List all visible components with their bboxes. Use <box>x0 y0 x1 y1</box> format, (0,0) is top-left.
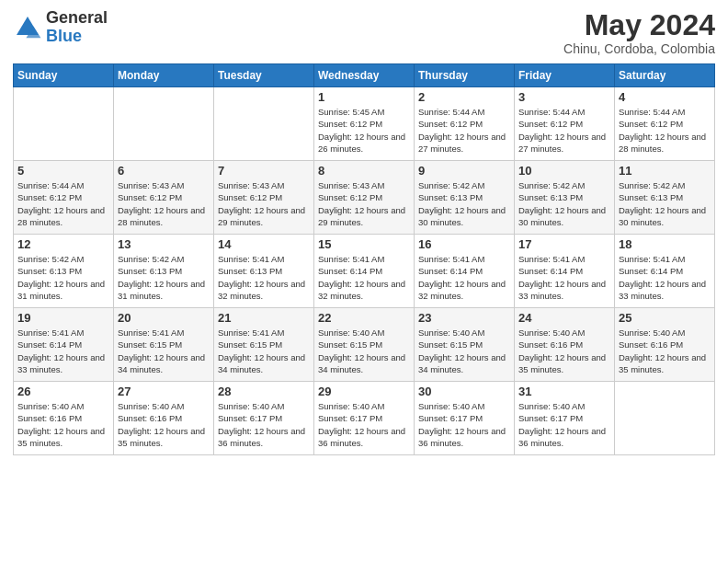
calendar-cell: 11Sunrise: 5:42 AMSunset: 6:13 PMDayligh… <box>615 161 715 235</box>
day-info: Sunrise: 5:40 AMSunset: 6:17 PMDaylight:… <box>418 400 510 449</box>
calendar-cell: 8Sunrise: 5:43 AMSunset: 6:12 PMDaylight… <box>314 161 415 235</box>
calendar-cell: 6Sunrise: 5:43 AMSunset: 6:12 PMDaylight… <box>114 161 214 235</box>
day-number: 11 <box>619 164 711 178</box>
calendar-cell: 24Sunrise: 5:40 AMSunset: 6:16 PMDayligh… <box>515 308 615 382</box>
day-number: 1 <box>318 90 410 104</box>
day-number: 9 <box>418 164 510 178</box>
day-number: 27 <box>118 385 210 398</box>
calendar-cell: 20Sunrise: 5:41 AMSunset: 6:15 PMDayligh… <box>114 308 214 382</box>
day-info: Sunrise: 5:44 AMSunset: 6:12 PMDaylight:… <box>17 179 109 228</box>
day-info: Sunrise: 5:40 AMSunset: 6:16 PMDaylight:… <box>17 400 109 449</box>
day-number: 2 <box>418 90 510 104</box>
day-info: Sunrise: 5:41 AMSunset: 6:14 PMDaylight:… <box>418 253 510 302</box>
week-row-0: 1Sunrise: 5:45 AMSunset: 6:12 PMDaylight… <box>14 87 715 161</box>
header: General Blue May 2024 Chinu, Cordoba, Co… <box>13 9 715 56</box>
day-number: 31 <box>518 385 610 398</box>
day-info: Sunrise: 5:40 AMSunset: 6:16 PMDaylight:… <box>118 400 210 449</box>
day-number: 4 <box>619 90 711 104</box>
week-row-3: 19Sunrise: 5:41 AMSunset: 6:14 PMDayligh… <box>14 308 715 382</box>
weekday-header-tuesday: Tuesday <box>214 64 314 87</box>
day-number: 24 <box>518 311 610 325</box>
day-info: Sunrise: 5:41 AMSunset: 6:13 PMDaylight:… <box>218 253 310 302</box>
calendar-cell: 30Sunrise: 5:40 AMSunset: 6:17 PMDayligh… <box>415 382 515 455</box>
day-info: Sunrise: 5:41 AMSunset: 6:14 PMDaylight:… <box>17 327 109 375</box>
day-number: 29 <box>318 385 410 398</box>
day-number: 26 <box>17 385 109 398</box>
calendar-cell: 28Sunrise: 5:40 AMSunset: 6:17 PMDayligh… <box>214 382 314 455</box>
weekday-header-friday: Friday <box>515 64 615 87</box>
calendar-cell: 3Sunrise: 5:44 AMSunset: 6:12 PMDaylight… <box>515 87 615 161</box>
page: General Blue May 2024 Chinu, Cordoba, Co… <box>0 0 728 563</box>
day-info: Sunrise: 5:42 AMSunset: 6:13 PMDaylight:… <box>619 179 711 228</box>
day-number: 13 <box>118 237 210 251</box>
calendar-cell: 2Sunrise: 5:44 AMSunset: 6:12 PMDaylight… <box>415 87 515 161</box>
calendar-cell: 19Sunrise: 5:41 AMSunset: 6:14 PMDayligh… <box>14 308 114 382</box>
day-info: Sunrise: 5:41 AMSunset: 6:14 PMDaylight:… <box>518 253 610 302</box>
day-info: Sunrise: 5:43 AMSunset: 6:12 PMDaylight:… <box>318 179 410 228</box>
calendar-cell: 22Sunrise: 5:40 AMSunset: 6:15 PMDayligh… <box>314 308 415 382</box>
logo-text: General Blue <box>46 9 108 46</box>
day-info: Sunrise: 5:41 AMSunset: 6:15 PMDaylight:… <box>118 327 210 375</box>
day-number: 7 <box>218 164 310 178</box>
logo: General Blue <box>13 9 108 46</box>
calendar-cell: 7Sunrise: 5:43 AMSunset: 6:12 PMDaylight… <box>214 161 314 235</box>
day-info: Sunrise: 5:42 AMSunset: 6:13 PMDaylight:… <box>118 253 210 302</box>
day-number: 15 <box>318 237 410 251</box>
day-info: Sunrise: 5:42 AMSunset: 6:13 PMDaylight:… <box>418 179 510 228</box>
calendar-cell <box>14 87 114 161</box>
calendar-cell: 10Sunrise: 5:42 AMSunset: 6:13 PMDayligh… <box>515 161 615 235</box>
calendar-cell: 23Sunrise: 5:40 AMSunset: 6:15 PMDayligh… <box>415 308 515 382</box>
location: Chinu, Cordoba, Colombia <box>563 41 715 56</box>
calendar-cell: 27Sunrise: 5:40 AMSunset: 6:16 PMDayligh… <box>114 382 214 455</box>
day-number: 14 <box>218 237 310 251</box>
calendar-cell: 14Sunrise: 5:41 AMSunset: 6:13 PMDayligh… <box>214 235 314 308</box>
calendar-cell: 29Sunrise: 5:40 AMSunset: 6:17 PMDayligh… <box>314 382 415 455</box>
day-info: Sunrise: 5:40 AMSunset: 6:17 PMDaylight:… <box>318 400 410 449</box>
weekday-header-saturday: Saturday <box>615 64 715 87</box>
weekday-header-row: SundayMondayTuesdayWednesdayThursdayFrid… <box>14 64 715 87</box>
day-info: Sunrise: 5:40 AMSunset: 6:16 PMDaylight:… <box>518 327 610 375</box>
day-number: 8 <box>318 164 410 178</box>
calendar-table: SundayMondayTuesdayWednesdayThursdayFrid… <box>13 63 715 455</box>
calendar-cell: 13Sunrise: 5:42 AMSunset: 6:13 PMDayligh… <box>114 235 214 308</box>
week-row-4: 26Sunrise: 5:40 AMSunset: 6:16 PMDayligh… <box>14 382 715 455</box>
day-number: 12 <box>17 237 109 251</box>
calendar-cell: 25Sunrise: 5:40 AMSunset: 6:16 PMDayligh… <box>615 308 715 382</box>
day-number: 23 <box>418 311 510 325</box>
calendar-cell: 31Sunrise: 5:40 AMSunset: 6:17 PMDayligh… <box>515 382 615 455</box>
day-info: Sunrise: 5:45 AMSunset: 6:12 PMDaylight:… <box>318 106 410 155</box>
day-info: Sunrise: 5:40 AMSunset: 6:15 PMDaylight:… <box>318 327 410 375</box>
day-info: Sunrise: 5:42 AMSunset: 6:13 PMDaylight:… <box>518 179 610 228</box>
day-number: 18 <box>619 237 711 251</box>
weekday-header-wednesday: Wednesday <box>314 64 415 87</box>
logo-general: General <box>46 9 108 28</box>
calendar-cell <box>214 87 314 161</box>
calendar-cell: 1Sunrise: 5:45 AMSunset: 6:12 PMDaylight… <box>314 87 415 161</box>
day-info: Sunrise: 5:40 AMSunset: 6:15 PMDaylight:… <box>418 327 510 375</box>
calendar-cell: 16Sunrise: 5:41 AMSunset: 6:14 PMDayligh… <box>415 235 515 308</box>
calendar-cell: 21Sunrise: 5:41 AMSunset: 6:15 PMDayligh… <box>214 308 314 382</box>
calendar-cell: 18Sunrise: 5:41 AMSunset: 6:14 PMDayligh… <box>615 235 715 308</box>
day-number: 21 <box>218 311 310 325</box>
day-number: 30 <box>418 385 510 398</box>
calendar-cell: 17Sunrise: 5:41 AMSunset: 6:14 PMDayligh… <box>515 235 615 308</box>
weekday-header-sunday: Sunday <box>14 64 114 87</box>
week-row-2: 12Sunrise: 5:42 AMSunset: 6:13 PMDayligh… <box>14 235 715 308</box>
weekday-header-monday: Monday <box>114 64 214 87</box>
day-number: 20 <box>118 311 210 325</box>
day-number: 25 <box>619 311 711 325</box>
day-info: Sunrise: 5:41 AMSunset: 6:14 PMDaylight:… <box>318 253 410 302</box>
calendar-cell: 26Sunrise: 5:40 AMSunset: 6:16 PMDayligh… <box>14 382 114 455</box>
day-number: 3 <box>518 90 610 104</box>
day-number: 22 <box>318 311 410 325</box>
day-number: 16 <box>418 237 510 251</box>
week-row-1: 5Sunrise: 5:44 AMSunset: 6:12 PMDaylight… <box>14 161 715 235</box>
calendar-cell: 12Sunrise: 5:42 AMSunset: 6:13 PMDayligh… <box>14 235 114 308</box>
day-number: 10 <box>518 164 610 178</box>
day-info: Sunrise: 5:40 AMSunset: 6:16 PMDaylight:… <box>619 327 711 375</box>
day-info: Sunrise: 5:44 AMSunset: 6:12 PMDaylight:… <box>518 106 610 155</box>
calendar-cell: 15Sunrise: 5:41 AMSunset: 6:14 PMDayligh… <box>314 235 415 308</box>
day-info: Sunrise: 5:41 AMSunset: 6:15 PMDaylight:… <box>218 327 310 375</box>
day-number: 28 <box>218 385 310 398</box>
day-number: 19 <box>17 311 109 325</box>
